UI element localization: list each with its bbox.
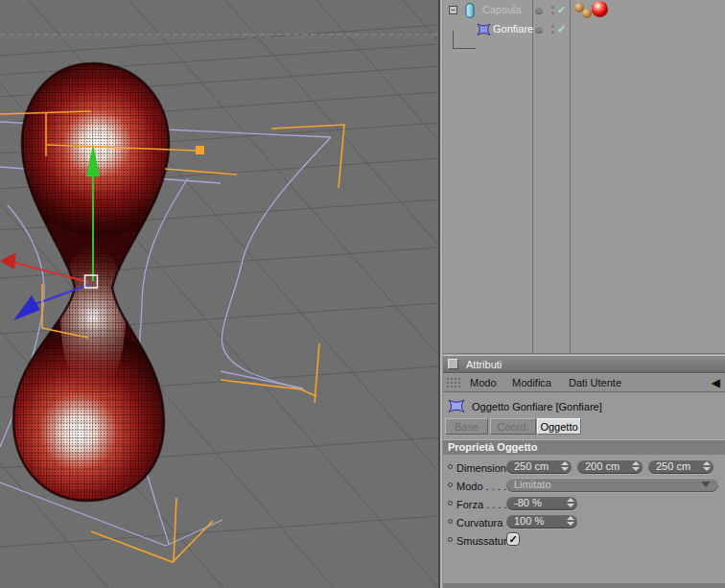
field-value[interactable]: 100 % [514, 515, 544, 527]
deformer-handle[interactable] [196, 146, 204, 154]
section-title: Proprietà Oggetto [448, 441, 538, 453]
smussatura-checkbox[interactable]: ✓ [506, 532, 520, 546]
param-bullet[interactable] [448, 537, 453, 542]
layer-dot[interactable] [535, 7, 543, 14]
right-panels: − Capsula ✓ ✕ [443, 0, 725, 588]
property-row-modo: Modo . . . . Limitato [443, 478, 725, 496]
enabled-check-icon[interactable]: ✓ [557, 4, 566, 16]
spinner-arrows[interactable] [703, 461, 710, 472]
collapse-arrow-icon[interactable]: ◀ [712, 376, 720, 389]
attributes-panel: Attributi Modo Modifica Dati Utente ◀ Og… [443, 355, 725, 588]
tree-elbow [453, 31, 476, 49]
dropdown-value[interactable]: Limitato [514, 479, 551, 490]
tab-base[interactable]: Base [445, 418, 488, 435]
capsule-icon [463, 2, 477, 19]
property-row-dimensione: Dimensione 250 cm 200 cm 250 cm [443, 459, 725, 478]
enable-dot-render[interactable] [551, 31, 554, 34]
section-header[interactable]: Proprietà Oggetto [443, 439, 725, 455]
viewport-3d[interactable] [0, 0, 438, 588]
param-label: Smussatura [456, 535, 513, 547]
forza-field[interactable]: -80 % [506, 496, 577, 510]
bulge-icon [476, 22, 492, 37]
layer-dot[interactable] [535, 26, 543, 34]
param-bullet[interactable] [448, 519, 453, 524]
param-label: Curvatura [456, 517, 503, 529]
object-label[interactable]: Capsula [482, 4, 521, 15]
field-value[interactable]: 250 cm [656, 460, 690, 472]
material-tag-icon[interactable] [582, 9, 592, 18]
expand-toggle[interactable]: − [449, 6, 457, 14]
dropdown-arrow-icon[interactable] [701, 482, 711, 487]
om-column-separator [532, 0, 533, 353]
bulge-icon [447, 397, 466, 414]
object-header [447, 397, 466, 414]
dimensione-z-field[interactable]: 250 cm [648, 459, 713, 474]
tab-coord[interactable]: Coord. [490, 418, 536, 435]
object-label[interactable]: Gonfiare [493, 23, 533, 35]
attributes-menubar: Modo Modifica Dati Utente ◀ [443, 374, 725, 392]
modo-dropdown[interactable]: Limitato [506, 478, 718, 492]
menu-modo[interactable]: Modo [470, 377, 497, 388]
field-value[interactable]: -80 % [514, 497, 542, 508]
attributes-titlebar[interactable]: Attributi [443, 355, 725, 373]
spinner-arrows[interactable] [561, 461, 568, 472]
spinner-arrows[interactable] [567, 498, 573, 508]
enable-dot-editor[interactable] [551, 6, 554, 9]
property-row-smussatura: Smussatura ✓ [443, 532, 725, 551]
spinner-arrows[interactable] [632, 461, 639, 472]
panel-bottom-edge [443, 583, 725, 588]
field-value[interactable]: 200 cm [585, 460, 620, 472]
menu-modifica[interactable]: Modifica [512, 377, 551, 388]
field-value[interactable]: 250 cm [514, 460, 549, 472]
enabled-check-icon[interactable]: ✓ [557, 23, 566, 35]
param-label: Dimensione [456, 462, 512, 474]
object-manager-panel: − Capsula ✓ ✕ [443, 0, 725, 354]
param-bullet[interactable] [448, 464, 453, 469]
spinner-arrows[interactable] [567, 516, 573, 527]
property-row-forza: Forza . . . . -80 % [443, 496, 725, 514]
panel-title: Attributi [466, 359, 502, 370]
window-icon[interactable] [448, 359, 458, 369]
object-origin-handle[interactable] [85, 275, 98, 288]
enable-dot-render[interactable] [551, 12, 554, 14]
dimensione-y-field[interactable]: 200 cm [577, 459, 643, 474]
curvatura-field[interactable]: 100 % [506, 514, 577, 529]
property-row-curvatura: Curvatura 100 % [443, 514, 725, 532]
enable-dot-editor[interactable] [551, 25, 554, 28]
object-row-capsula[interactable]: − Capsula ✓ ✕ [443, 1, 725, 20]
param-bullet[interactable] [448, 482, 453, 487]
object-title: Oggetto Gonfiare [Gonfiare] [472, 401, 602, 412]
texture-tag-icon[interactable] [592, 1, 608, 17]
param-bullet[interactable] [448, 501, 453, 506]
om-column-separator [570, 0, 571, 353]
tab-oggetto[interactable]: Oggetto [537, 418, 581, 435]
cinema4d-window: − Capsula ✓ ✕ [0, 0, 725, 588]
object-row-gonfiare[interactable]: Gonfiare ✓ [443, 20, 725, 39]
menu-dati-utente[interactable]: Dati Utente [569, 377, 621, 388]
dimensione-x-field[interactable]: 250 cm [506, 459, 572, 474]
param-label: Modo . . . . [456, 481, 506, 492]
drag-grip-icon[interactable] [446, 377, 460, 389]
viewport-canvas [0, 0, 438, 588]
param-label: Forza . . . . [456, 499, 507, 510]
